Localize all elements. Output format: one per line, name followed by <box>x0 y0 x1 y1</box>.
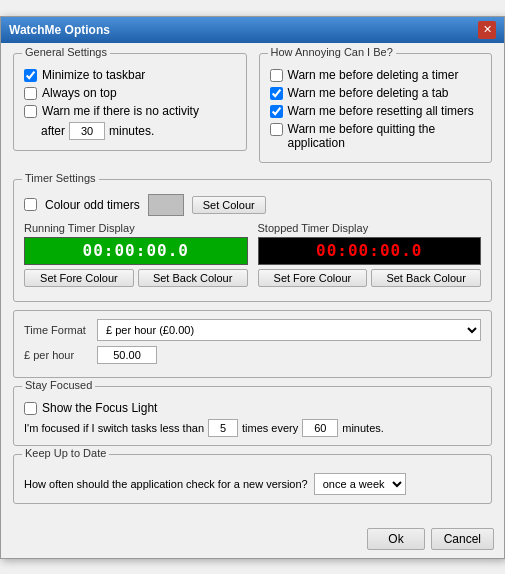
warn-delete-timer-checkbox[interactable] <box>270 69 283 82</box>
how-annoying-title: How Annoying Can I Be? <box>268 46 396 58</box>
colour-odd-checkbox[interactable] <box>24 198 37 211</box>
colour-odd-swatch <box>148 194 184 216</box>
warn-delete-timer-label: Warn me before deleting a timer <box>288 68 459 82</box>
focus-text3: minutes. <box>342 422 384 434</box>
always-on-top-label: Always on top <box>42 86 117 100</box>
minutes-spinbox[interactable] <box>69 122 105 140</box>
running-timer-display: 00:00:00.0 <box>24 237 248 265</box>
per-hour-spinbox[interactable] <box>97 346 157 364</box>
frequency-select[interactable]: once a week once a day never <box>314 473 406 495</box>
stopped-timer-display: 00:00:00.0 <box>258 237 482 265</box>
timer-settings-title: Timer Settings <box>22 172 99 184</box>
focus-inline-row: I'm focused if I switch tasks less than … <box>24 419 481 437</box>
stopped-timer-col: Stopped Timer Display 00:00:00.0 Set For… <box>258 222 482 287</box>
running-set-back-button[interactable]: Set Back Colour <box>138 269 248 287</box>
running-timer-col: Running Timer Display 00:00:00.0 Set For… <box>24 222 248 287</box>
minimize-taskbar-label: Minimize to taskbar <box>42 68 145 82</box>
timer-settings-group: Timer Settings Colour odd timers Set Col… <box>13 179 492 302</box>
general-settings-group: General Settings Minimize to taskbar Alw… <box>13 53 247 151</box>
warn-quit-label: Warn me before quitting the application <box>288 122 482 150</box>
warn-delete-timer-row: Warn me before deleting a timer <box>270 68 482 82</box>
warn-delete-tab-checkbox[interactable] <box>270 87 283 100</box>
ok-button[interactable]: Ok <box>367 528 424 550</box>
timer-displays: Running Timer Display 00:00:00.0 Set For… <box>24 222 481 287</box>
focus-text2: times every <box>242 422 298 434</box>
stopped-set-back-button[interactable]: Set Back Colour <box>371 269 481 287</box>
set-colour-button[interactable]: Set Colour <box>192 196 266 214</box>
window-title: WatchMe Options <box>9 23 110 37</box>
colour-odd-label: Colour odd timers <box>45 198 140 212</box>
warn-quit-row: Warn me before quitting the application <box>270 122 482 150</box>
time-format-select[interactable]: £ per hour (£0.00) HH:MM:SS Decimal hour… <box>97 319 481 341</box>
running-set-fore-button[interactable]: Set Fore Colour <box>24 269 134 287</box>
warn-after-row: after minutes. <box>41 122 236 140</box>
show-focus-light-row: Show the Focus Light <box>24 401 481 415</box>
warn-delete-tab-label: Warn me before deleting a tab <box>288 86 449 100</box>
time-format-group: Time Format £ per hour (£0.00) HH:MM:SS … <box>13 310 492 378</box>
warn-reset-checkbox[interactable] <box>270 105 283 118</box>
warn-reset-row: Warn me before resetting all timers <box>270 104 482 118</box>
show-focus-light-checkbox[interactable] <box>24 402 37 415</box>
always-on-top-row: Always on top <box>24 86 236 100</box>
focus-minutes-spinbox[interactable] <box>302 419 338 437</box>
warn-no-activity-row: Warn me if there is no activity <box>24 104 236 118</box>
keep-up-to-date-title: Keep Up to Date <box>22 447 109 459</box>
after-label: after <box>41 124 65 138</box>
always-on-top-checkbox[interactable] <box>24 87 37 100</box>
stopped-set-fore-button[interactable]: Set Fore Colour <box>258 269 368 287</box>
stopped-timer-label: Stopped Timer Display <box>258 222 482 234</box>
focus-times-spinbox[interactable] <box>208 419 238 437</box>
minimize-taskbar-row: Minimize to taskbar <box>24 68 236 82</box>
how-annoying-group: How Annoying Can I Be? Warn me before de… <box>259 53 493 163</box>
warn-no-activity-checkbox[interactable] <box>24 105 37 118</box>
keep-check-row: How often should the application check f… <box>24 473 481 495</box>
warn-no-activity-label: Warn me if there is no activity <box>42 104 199 118</box>
running-timer-buttons: Set Fore Colour Set Back Colour <box>24 269 248 287</box>
warn-quit-checkbox[interactable] <box>270 123 283 136</box>
warn-delete-tab-row: Warn me before deleting a tab <box>270 86 482 100</box>
per-hour-row: £ per hour <box>24 346 481 364</box>
colour-odd-row: Colour odd timers Set Colour <box>24 194 481 216</box>
time-format-row: Time Format £ per hour (£0.00) HH:MM:SS … <box>24 319 481 341</box>
focus-text1: I'm focused if I switch tasks less than <box>24 422 204 434</box>
time-format-label: Time Format <box>24 324 89 336</box>
keep-check-label: How often should the application check f… <box>24 478 308 490</box>
per-hour-label: £ per hour <box>24 349 89 361</box>
titlebar: WatchMe Options ✕ <box>1 17 504 43</box>
warn-reset-label: Warn me before resetting all timers <box>288 104 474 118</box>
keep-up-to-date-group: Keep Up to Date How often should the app… <box>13 454 492 504</box>
running-timer-label: Running Timer Display <box>24 222 248 234</box>
stopped-timer-buttons: Set Fore Colour Set Back Colour <box>258 269 482 287</box>
minimize-taskbar-checkbox[interactable] <box>24 69 37 82</box>
stay-focused-title: Stay Focused <box>22 379 95 391</box>
show-focus-light-label: Show the Focus Light <box>42 401 157 415</box>
footer-buttons: Ok Cancel <box>1 522 504 558</box>
cancel-button[interactable]: Cancel <box>431 528 494 550</box>
stay-focused-group: Stay Focused Show the Focus Light I'm fo… <box>13 386 492 446</box>
close-button[interactable]: ✕ <box>478 21 496 39</box>
general-settings-title: General Settings <box>22 46 110 58</box>
options-window: WatchMe Options ✕ General Settings Minim… <box>0 16 505 559</box>
minutes-label: minutes. <box>109 124 154 138</box>
